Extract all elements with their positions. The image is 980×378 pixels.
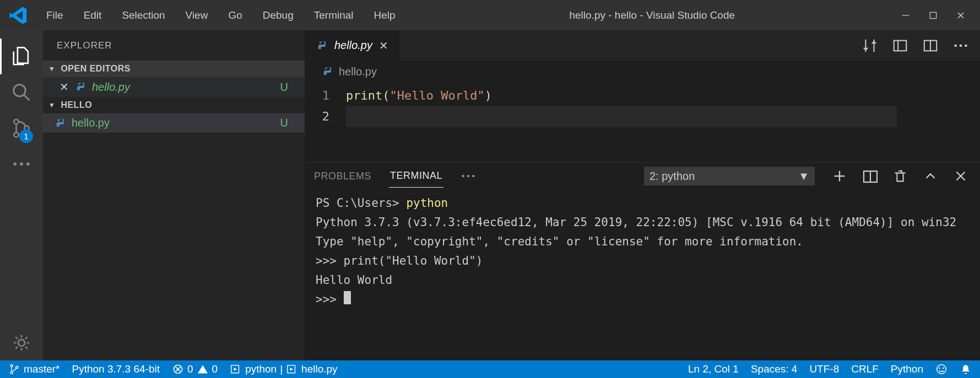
menu-debug[interactable]: Debug <box>254 6 302 25</box>
close-panel-icon[interactable] <box>952 168 969 184</box>
panel-more-icon[interactable] <box>460 168 477 184</box>
search-icon <box>11 82 32 103</box>
open-editor-item[interactable]: ✕ hello.py U <box>43 77 305 97</box>
git-status: U <box>280 117 288 129</box>
panel-tab-terminal[interactable]: TERMINAL <box>389 165 443 188</box>
line-number: 1 <box>305 85 346 106</box>
warning-icon <box>197 363 209 375</box>
bell-icon <box>960 363 972 375</box>
status-bar: master* Python 3.7.3 64-bit 0 0 python |… <box>0 360 980 378</box>
terminal-line: Hello World <box>316 273 392 287</box>
status-language[interactable]: Python <box>891 363 923 375</box>
panel-tabs: PROBLEMS TERMINAL 2: python ▼ <box>305 163 980 189</box>
python-file-icon <box>74 81 86 93</box>
menu-go[interactable]: Go <box>219 6 251 25</box>
terminal-line: >>> print("Hello World") <box>316 254 483 267</box>
terminal-cursor <box>344 291 351 304</box>
new-terminal-icon[interactable] <box>831 168 848 184</box>
run-icon <box>230 363 242 375</box>
folder-header[interactable]: ▼ HELLO <box>43 97 305 113</box>
error-icon <box>172 363 184 375</box>
window-title: hello.py - hello - Visual Studio Code <box>404 9 900 21</box>
scm-badge: 1 <box>19 129 33 143</box>
open-preview-icon[interactable] <box>892 37 908 54</box>
activity-scm[interactable]: 1 <box>0 110 43 146</box>
git-status: U <box>280 81 288 94</box>
menu-terminal[interactable]: Terminal <box>305 6 362 25</box>
status-cursor-position[interactable]: Ln 2, Col 1 <box>688 363 739 375</box>
sidebar-explorer: EXPLORER ▼ OPEN EDITORS ✕ hello.py U ▼ H… <box>43 30 305 360</box>
terminal-selector[interactable]: 2: python ▼ <box>644 167 815 185</box>
activity-more[interactable] <box>0 146 43 182</box>
terminal-prompt: PS C:\Users> <box>316 196 406 210</box>
window-controls <box>900 7 974 24</box>
status-notifications[interactable] <box>960 363 972 375</box>
status-indentation[interactable]: Spaces: 4 <box>751 363 798 375</box>
folder-file-item[interactable]: hello.py U <box>43 113 305 133</box>
code-line <box>346 106 897 127</box>
close-icon[interactable]: ✕ <box>59 80 69 94</box>
python-file-icon <box>54 117 66 129</box>
status-feedback[interactable] <box>935 363 947 375</box>
code-editor[interactable]: 1 print("Hello World") 2 <box>305 83 980 162</box>
status-branch[interactable]: master* <box>8 363 59 375</box>
breadcrumb[interactable]: hello.py <box>305 61 980 83</box>
feedback-smile-icon <box>935 363 947 375</box>
menu-selection[interactable]: Selection <box>113 6 174 25</box>
more-actions-icon[interactable] <box>952 37 969 54</box>
editor-area: hello.py ✕ hello.py 1 print("Hello World… <box>305 30 980 360</box>
dropdown-caret-icon: ▼ <box>798 170 809 183</box>
maximize-panel-icon[interactable] <box>922 168 939 184</box>
python-file-icon <box>316 40 328 52</box>
terminal-command: python <box>406 196 448 210</box>
menu-edit[interactable]: Edit <box>75 6 111 25</box>
tab-hello-py[interactable]: hello.py ✕ <box>305 30 400 61</box>
activity-bar: 1 <box>0 30 43 360</box>
file-name: hello.py <box>72 117 280 129</box>
run-icon <box>286 363 298 375</box>
open-editors-header[interactable]: ▼ OPEN EDITORS <box>43 61 305 77</box>
window-close-icon[interactable] <box>955 7 966 24</box>
open-editors-label: OPEN EDITORS <box>61 64 131 74</box>
chevron-down-icon: ▼ <box>48 65 55 73</box>
split-terminal-icon[interactable] <box>862 168 878 184</box>
breadcrumb-item: hello.py <box>339 65 377 78</box>
menu-file[interactable]: File <box>37 6 72 25</box>
editor-actions <box>862 30 980 61</box>
files-icon <box>11 46 32 67</box>
menu-help[interactable]: Help <box>365 6 404 25</box>
line-number: 2 <box>305 106 346 127</box>
terminal-output[interactable]: PS C:\Users> python Python 3.7.3 (v3.7.3… <box>305 189 980 360</box>
tab-close-icon[interactable]: ✕ <box>379 39 388 52</box>
terminal-line: Type "help", "copyright", "credits" or "… <box>316 235 803 248</box>
folder-name: HELLO <box>61 100 92 110</box>
vscode-logo-icon <box>8 5 29 26</box>
status-encoding[interactable]: UTF-8 <box>809 363 839 375</box>
title-bar: File Edit Selection View Go Debug Termin… <box>0 0 980 30</box>
status-python-env[interactable]: Python 3.7.3 64-bit <box>72 363 160 375</box>
python-file-icon <box>321 65 333 78</box>
window-minimize-icon[interactable] <box>900 7 911 24</box>
git-branch-icon <box>8 363 20 375</box>
activity-search[interactable] <box>0 74 43 110</box>
terminal-selector-label: 2: python <box>649 170 695 183</box>
code-line: print("Hello World") <box>346 85 492 106</box>
editor-tabs: hello.py ✕ <box>305 30 980 61</box>
window-maximize-icon[interactable] <box>928 7 939 24</box>
menu-view[interactable]: View <box>177 6 217 25</box>
chevron-down-icon: ▼ <box>48 101 55 109</box>
status-eol[interactable]: CRLF <box>851 363 879 375</box>
file-name: hello.py <box>92 81 280 94</box>
more-icon <box>11 154 32 174</box>
panel-tab-problems[interactable]: PROBLEMS <box>313 165 372 188</box>
status-problems[interactable]: 0 0 <box>172 363 218 375</box>
activity-settings[interactable] <box>0 325 43 360</box>
terminal-actions <box>831 168 969 184</box>
terminal-line: >>> <box>316 293 344 306</box>
compare-changes-icon[interactable] <box>862 37 878 54</box>
activity-explorer[interactable] <box>0 39 43 74</box>
status-run-config[interactable]: python | hello.py <box>230 363 337 375</box>
split-editor-icon[interactable] <box>922 37 939 54</box>
terminal-line: Python 3.7.3 (v3.7.3:ef4ec6ed12, Mar 25 … <box>316 216 956 229</box>
kill-terminal-icon[interactable] <box>892 168 908 184</box>
